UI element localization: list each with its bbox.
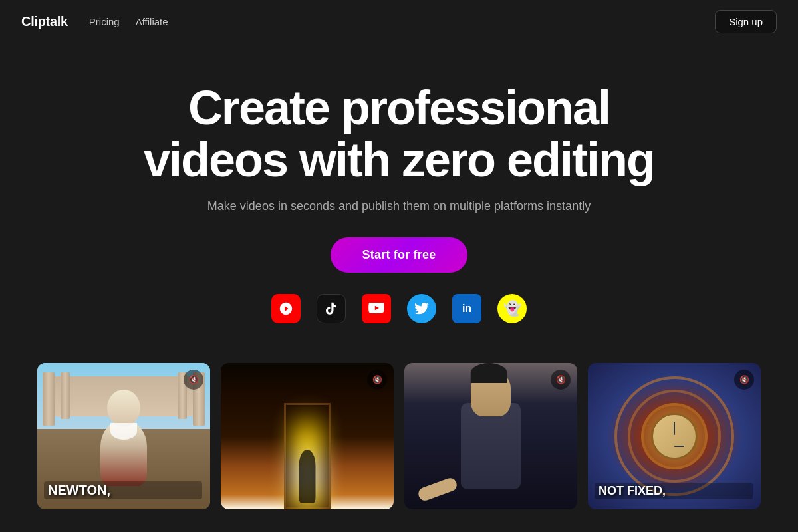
- snapchat-icon[interactable]: 👻: [497, 294, 527, 323]
- hero-subtitle: Make videos in seconds and publish them …: [207, 200, 591, 213]
- video-caption-newton: NEWTON,: [44, 481, 202, 499]
- nav-affiliate[interactable]: Affiliate: [136, 16, 168, 27]
- video-card-door: 🔇: [221, 363, 394, 509]
- video-card-man: 🔇: [404, 363, 577, 509]
- navbar: Cliptalk Pricing Affiliate Sign up: [0, 0, 798, 43]
- video-previews: 🔇 NEWTON, 🔇 🔇: [0, 363, 798, 509]
- video-caption-swirl: NOT FIXED,: [595, 483, 753, 499]
- signup-button[interactable]: Sign up: [715, 10, 777, 33]
- start-for-free-button[interactable]: Start for free: [331, 237, 468, 273]
- hero-title: Create professional videos with zero edi…: [144, 82, 654, 186]
- video-mute-newton[interactable]: 🔇: [184, 370, 203, 390]
- twitter-icon[interactable]: [407, 294, 436, 323]
- video-card-swirl: 🔇 NOT FIXED,: [588, 363, 761, 509]
- video-mute-swirl[interactable]: 🔇: [734, 370, 754, 390]
- youtube-icon[interactable]: [362, 294, 391, 323]
- nav-links: Pricing Affiliate: [89, 16, 168, 27]
- platform-icons: in 👻: [271, 294, 527, 323]
- video-card-newton: 🔇 NEWTON,: [37, 363, 210, 509]
- logo[interactable]: Cliptalk: [21, 14, 68, 29]
- youtube-shorts-icon[interactable]: [271, 294, 301, 323]
- hero-section: Create professional videos with zero edi…: [0, 43, 798, 350]
- navbar-left: Cliptalk Pricing Affiliate: [21, 14, 168, 29]
- video-mute-man[interactable]: 🔇: [551, 370, 571, 390]
- tiktok-icon[interactable]: [317, 294, 346, 323]
- video-mute-door[interactable]: 🔇: [367, 370, 387, 390]
- linkedin-icon[interactable]: in: [452, 294, 481, 323]
- nav-pricing[interactable]: Pricing: [89, 16, 120, 27]
